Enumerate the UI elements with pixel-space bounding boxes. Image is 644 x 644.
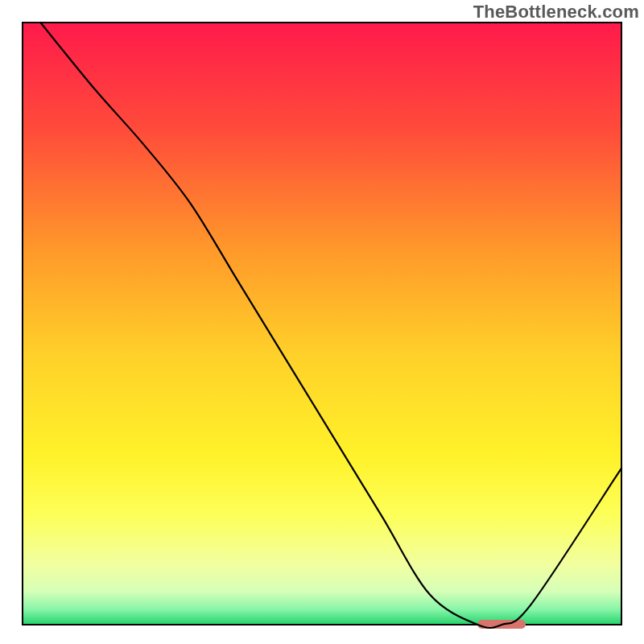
bottleneck-chart [0,0,644,644]
chart-container: TheBottleneck.com [0,0,644,644]
plot-background [23,23,621,625]
watermark-text: TheBottleneck.com [473,2,639,23]
